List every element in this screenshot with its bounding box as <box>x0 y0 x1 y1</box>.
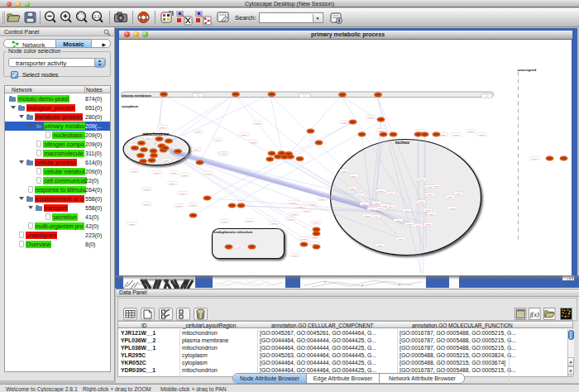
svg-text:Sat1p: Sat1p <box>271 222 277 224</box>
svg-text:Sat1p: Sat1p <box>215 139 221 141</box>
svg-text:Sat1p: Sat1p <box>429 213 435 215</box>
svg-text:[...]: [...] <box>304 93 307 97</box>
svg-text:[...]: [...] <box>197 93 200 97</box>
svg-text:Sat1p: Sat1p <box>222 220 227 222</box>
svg-text:Sat1p: Sat1p <box>205 172 211 174</box>
svg-text:Sat1p: Sat1p <box>221 153 227 155</box>
svg-text:Sat1p: Sat1p <box>313 222 318 224</box>
svg-text:Sat1p: Sat1p <box>242 133 247 136</box>
svg-text:Sat1p: Sat1p <box>388 193 394 195</box>
svg-text:Sat1p: Sat1p <box>292 254 298 256</box>
svg-text:Sat1p: Sat1p <box>288 218 294 220</box>
svg-text:Sat1p: Sat1p <box>374 202 380 204</box>
svg-text:Sat1p: Sat1p <box>129 222 135 225</box>
svg-text:Sat1p: Sat1p <box>377 244 383 246</box>
svg-text:Sat1p: Sat1p <box>398 238 404 241</box>
svg-text:Sat1p: Sat1p <box>195 131 201 133</box>
svg-text:Sat1p: Sat1p <box>453 133 459 136</box>
svg-text:Sat1p: Sat1p <box>309 203 315 205</box>
svg-text:Sat1p: Sat1p <box>378 129 384 131</box>
svg-text:endoplasmic reticulum: endoplasmic reticulum <box>214 230 253 234</box>
svg-text:Sat1p: Sat1p <box>182 174 188 176</box>
svg-text:Sat1p: Sat1p <box>350 187 356 189</box>
svg-text:mitochondrion: mitochondrion <box>142 132 169 136</box>
svg-text:Sat1p: Sat1p <box>170 182 175 184</box>
svg-text:f(x): f(x) <box>530 311 539 318</box>
svg-text:Sat1p: Sat1p <box>419 179 424 181</box>
svg-text:Sat1p: Sat1p <box>255 122 261 124</box>
svg-text:Sat1p: Sat1p <box>144 203 150 205</box>
svg-text:Sat1p: Sat1p <box>298 205 304 208</box>
svg-text:Sat1p: Sat1p <box>246 219 252 222</box>
svg-text:Sat1p: Sat1p <box>194 149 199 151</box>
svg-text:Sat1p: Sat1p <box>304 209 309 212</box>
svg-text:Sat1p: Sat1p <box>144 188 150 190</box>
svg-text:Sat1p: Sat1p <box>154 171 160 174</box>
svg-text:Sat1p: Sat1p <box>378 189 384 192</box>
svg-text:nucleus: nucleus <box>395 141 410 145</box>
svg-text:Sat1p: Sat1p <box>301 237 307 240</box>
svg-text:Sat1p: Sat1p <box>425 209 431 212</box>
svg-text:Sat1p: Sat1p <box>532 157 538 160</box>
svg-text:Sat1p: Sat1p <box>427 186 433 189</box>
svg-text:Sat1p: Sat1p <box>415 225 421 227</box>
svg-text:Sat1p: Sat1p <box>342 121 347 123</box>
svg-text:Sat1p: Sat1p <box>171 171 177 174</box>
svg-text:Sat1p: Sat1p <box>312 236 318 238</box>
svg-text:Sat1p: Sat1p <box>447 196 453 198</box>
svg-text:Sat1p: Sat1p <box>456 193 462 195</box>
svg-text:Sat1p: Sat1p <box>404 209 410 212</box>
svg-text:Sat1p: Sat1p <box>369 208 375 210</box>
svg-text:Sat1p: Sat1p <box>251 141 256 143</box>
svg-text:Sat1p: Sat1p <box>365 214 371 217</box>
svg-text:Sat1p: Sat1p <box>368 116 374 118</box>
svg-text:plasma membrane: plasma membrane <box>122 93 152 97</box>
svg-text:Sat1p: Sat1p <box>146 136 151 139</box>
svg-text:Sat1p: Sat1p <box>179 192 185 194</box>
svg-text:Sat1p: Sat1p <box>357 194 363 197</box>
svg-text:1:1: 1:1 <box>94 14 100 19</box>
svg-text:Sat1p: Sat1p <box>479 133 485 136</box>
svg-text:Sat1p: Sat1p <box>395 219 401 222</box>
svg-text:Sat1p: Sat1p <box>160 126 165 128</box>
svg-text:Sat1p: Sat1p <box>440 133 446 136</box>
svg-text:Sat1p: Sat1p <box>176 204 182 207</box>
svg-text:Sat1p: Sat1p <box>450 207 456 209</box>
svg-text:Sat1p: Sat1p <box>237 246 242 248</box>
svg-text:[...]: [...] <box>486 94 489 98</box>
svg-text:Sat1p: Sat1p <box>361 203 367 205</box>
svg-text:Sat1p: Sat1p <box>426 223 432 226</box>
svg-text:Sat1p: Sat1p <box>419 201 424 203</box>
svg-text:Sat1p: Sat1p <box>292 213 298 215</box>
svg-text:Sat1p: Sat1p <box>190 203 196 206</box>
svg-text:Sat1p: Sat1p <box>407 223 413 226</box>
svg-text:Sat1p: Sat1p <box>164 159 170 161</box>
svg-text:Sat1p: Sat1p <box>434 185 440 188</box>
svg-text:Sat1p: Sat1p <box>468 130 474 132</box>
svg-text:Sat1p: Sat1p <box>382 204 388 207</box>
svg-text:unassigned: unassigned <box>518 67 537 71</box>
svg-text:cytoplasm: cytoplasm <box>122 103 139 108</box>
svg-text:Sat1p: Sat1p <box>378 208 384 210</box>
svg-text:Sat1p: Sat1p <box>342 170 347 172</box>
svg-text:Sat1p: Sat1p <box>373 216 379 218</box>
svg-text:Sat1p: Sat1p <box>351 174 356 177</box>
svg-text:Sat1p: Sat1p <box>428 194 433 196</box>
svg-text:Sat1p: Sat1p <box>132 170 137 172</box>
svg-text:Sat1p: Sat1p <box>290 201 296 203</box>
svg-text:Sat1p: Sat1p <box>319 198 325 200</box>
